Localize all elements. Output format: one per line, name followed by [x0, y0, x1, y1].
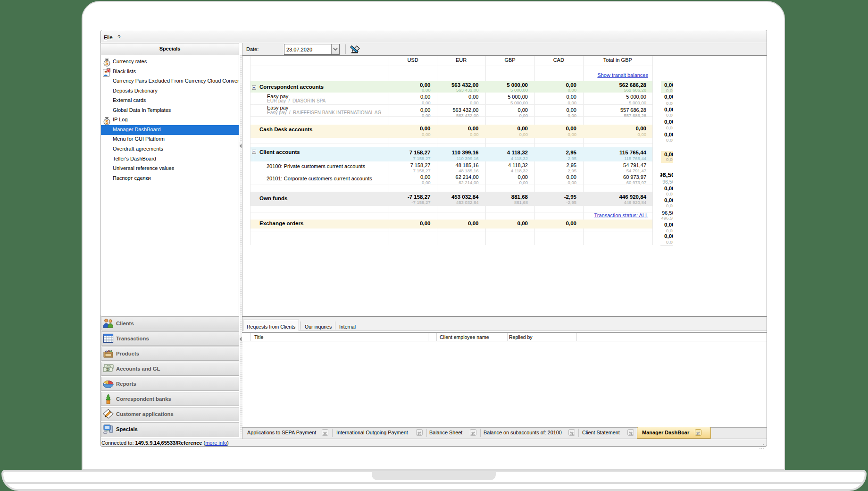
svg-text:$: $: [107, 368, 109, 371]
svg-text:$: $: [105, 119, 108, 125]
svg-text:$: $: [105, 60, 108, 66]
